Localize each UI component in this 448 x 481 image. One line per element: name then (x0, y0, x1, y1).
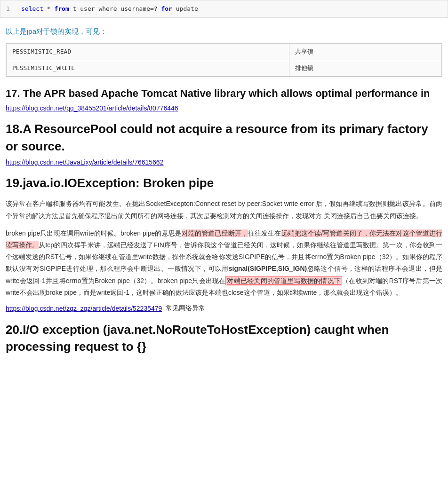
section-20-heading: 20.I/O exception (java.net.NoRouteToHost… (6, 321, 442, 355)
section-19-link-row: https://blog.csdn.net/zqz_zqz/article/de… (6, 304, 442, 313)
section-19-link[interactable]: https://blog.csdn.net/zqz_zqz/article/de… (6, 305, 162, 312)
content-area: 17. The APR based Apache Tomcat Native l… (0, 87, 448, 355)
table-row: PESSIMISTIC_READ共享锁 (7, 43, 442, 60)
section-19-para2: broken pipe只出现在调用write的时候。broken pipe的意思… (6, 228, 442, 299)
lock-key-cell: PESSIMISTIC_READ (7, 43, 289, 60)
section-19-link-desc: 常见网络异常 (166, 304, 205, 313)
lock-value-cell: 排他锁 (289, 60, 442, 76)
section-19-heading: 19.java.io.IOException: Broken pipe (6, 174, 442, 191)
intro-text: 以上是jpa对于锁的实现，可见： (0, 27, 448, 36)
section-18-link[interactable]: https://blog.csdn.net/JavaLixy/article/d… (6, 158, 442, 166)
lock-key-cell: PESSIMISTIC_WRITE (7, 60, 289, 76)
section-17-link[interactable]: https://blog.csdn.net/qq_38455201/articl… (6, 104, 442, 112)
code-line-number: 1 (6, 4, 14, 14)
lock-value-cell: 共享锁 (289, 43, 442, 60)
section-17-heading: 17. The APR based Apache Tomcat Native l… (6, 87, 442, 101)
section-19-para1: 该异常在客户端和服务器均有可能发生。在抛出SocketExcepton:Conn… (6, 198, 442, 221)
section-18-heading: 18.A ResourcePool could not acquire a re… (6, 120, 442, 155)
table-row: PESSIMISTIC_WRITE排他锁 (7, 60, 442, 76)
code-content: select * from t_user where username=? fo… (21, 4, 198, 14)
lock-table: PESSIMISTIC_READ共享锁PESSIMISTIC_WRITE排他锁 (6, 43, 442, 77)
code-block: 1 select * from t_user where username=? … (0, 0, 448, 18)
